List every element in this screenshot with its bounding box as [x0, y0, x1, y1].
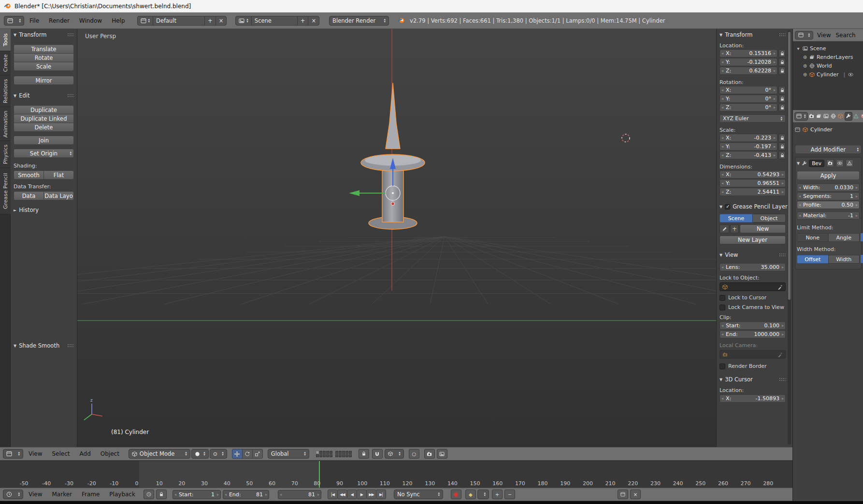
transform-panel-header[interactable]: Transform: [719, 31, 786, 39]
location-y-lock-icon[interactable]: [778, 58, 786, 66]
viewport-canvas[interactable]: z: [77, 29, 716, 447]
current-frame-field[interactable]: 81: [278, 490, 321, 499]
prev-keyframe-button[interactable]: ◀◀: [337, 490, 347, 499]
add-layout-button[interactable]: +: [204, 16, 216, 26]
rotation-y-field[interactable]: Y:0°: [719, 95, 777, 103]
snap-element-select[interactable]: [385, 449, 404, 459]
tab-object-data-icon[interactable]: [853, 112, 860, 121]
tab-material-icon[interactable]: [860, 112, 863, 121]
mute-audio-button[interactable]: ×: [630, 490, 641, 499]
layer-10[interactable]: [330, 454, 332, 457]
layer-9[interactable]: [326, 454, 329, 457]
editor-type-button[interactable]: [795, 31, 813, 40]
layer-4[interactable]: [326, 451, 329, 454]
delete-button[interactable]: Delete: [14, 123, 74, 132]
pivot-select[interactable]: ⊙: [210, 449, 227, 459]
layers-widget[interactable]: [316, 451, 352, 457]
outliner-view-menu[interactable]: View: [814, 32, 834, 39]
outliner-item-scene[interactable]: ▾ Scene: [793, 44, 863, 53]
layer-14[interactable]: [345, 451, 348, 454]
tab-relations[interactable]: Relations: [0, 75, 11, 107]
layer-2[interactable]: [319, 451, 322, 454]
tab-scene-icon[interactable]: [823, 112, 830, 121]
add-menu[interactable]: Add: [75, 450, 95, 457]
insert-keyframe-button[interactable]: +: [492, 490, 503, 499]
outliner-item-cylinder[interactable]: ⊕ Cylinder |: [793, 70, 863, 79]
sync-playback-icon-button[interactable]: [618, 490, 628, 499]
next-keyframe-button[interactable]: ▶▶: [366, 490, 376, 499]
visibility-eye-icon[interactable]: [848, 72, 853, 77]
layer-15[interactable]: [349, 451, 352, 454]
data-transfer-layout-button[interactable]: Data Layo: [43, 191, 74, 200]
manipulator-scale-button[interactable]: [252, 449, 263, 459]
manipulator-translate-button[interactable]: [232, 449, 243, 459]
clip-end-field[interactable]: End:1000.000: [719, 330, 786, 338]
disclosure-icon[interactable]: ▾: [796, 46, 801, 51]
keying-set-select[interactable]: [477, 490, 489, 499]
lock-camera-to-view-checkbox[interactable]: [719, 305, 725, 310]
expand-icon[interactable]: ⊕: [803, 72, 807, 77]
layer-13[interactable]: [342, 451, 345, 454]
layer-18[interactable]: [342, 454, 345, 457]
rotation-z-field[interactable]: Z:0°: [719, 103, 777, 112]
render-opengl-anim-button[interactable]: [437, 449, 447, 459]
gp-new-layer-button[interactable]: New Layer: [719, 236, 786, 244]
layer-6[interactable]: [316, 454, 319, 457]
add-scene-button[interactable]: +: [297, 16, 309, 26]
lock-to-cursor-checkbox[interactable]: [719, 295, 725, 301]
apply-button[interactable]: Apply: [797, 171, 860, 180]
timeline-view-menu[interactable]: View: [24, 491, 46, 498]
width-width-button[interactable]: Width: [828, 255, 860, 264]
mirror-button[interactable]: Mirror: [14, 76, 74, 85]
cursor-x-field[interactable]: X:-1.50893: [719, 394, 786, 403]
render-opengl-button[interactable]: [424, 449, 435, 459]
collapse-icon[interactable]: ▼: [797, 161, 800, 166]
history-panel-header[interactable]: History: [14, 206, 74, 214]
timeline-marker-menu[interactable]: Marker: [47, 491, 76, 498]
dimensions-x-field[interactable]: X:0.54293: [719, 170, 786, 179]
select-menu[interactable]: Select: [47, 450, 74, 457]
help-menu[interactable]: Help: [107, 17, 129, 24]
screen-layout-icon-button[interactable]: [137, 16, 154, 26]
add-modifier-button[interactable]: Add Modifier: [795, 145, 862, 154]
frame-end-field[interactable]: End:81: [223, 490, 269, 499]
scene-name[interactable]: Scene: [251, 16, 298, 26]
dimensions-y-field[interactable]: Y:0.96551: [719, 179, 786, 187]
scene-icon-button[interactable]: [235, 16, 252, 26]
delete-layout-button[interactable]: ×: [216, 16, 227, 26]
bevel-segments-field[interactable]: Segments:1: [797, 192, 860, 200]
join-button[interactable]: Join: [14, 136, 74, 145]
set-origin-button[interactable]: Set Origin: [14, 149, 74, 158]
view-menu[interactable]: View: [24, 450, 46, 457]
expand-icon[interactable]: ⊕: [803, 55, 807, 60]
play-reverse-button[interactable]: ◀: [347, 490, 357, 499]
scale-y-lock-icon[interactable]: [778, 142, 786, 151]
bevel-profile-field[interactable]: Profile:0.50: [797, 201, 860, 209]
timeline-track[interactable]: -50-40-30-20-100102030405060708090100110…: [0, 461, 792, 488]
width-method-partial-button[interactable]: [861, 255, 863, 263]
duplicate-button[interactable]: Duplicate: [14, 105, 74, 114]
expand-icon[interactable]: ⊕: [803, 63, 807, 69]
keying-set-button[interactable]: ◆: [465, 490, 476, 499]
rotate-button[interactable]: Rotate: [14, 53, 74, 62]
lock-button[interactable]: [359, 449, 369, 459]
proportional-edit-button[interactable]: ○: [409, 449, 419, 459]
outliner-item-renderlayers[interactable]: ⊕ RenderLayers: [793, 53, 863, 61]
layer-8[interactable]: [323, 454, 326, 457]
cursor-3d-panel-header[interactable]: 3D Cursor: [719, 376, 786, 383]
modifier-editmode-toggle-icon[interactable]: [846, 159, 853, 167]
frame-start-field[interactable]: Start:1: [173, 490, 221, 499]
jump-to-start-button[interactable]: |◀: [328, 490, 338, 499]
layer-16[interactable]: [335, 454, 338, 457]
location-x-lock-icon[interactable]: [778, 49, 786, 57]
rotation-mode-select[interactable]: XYZ Euler: [719, 114, 786, 123]
render-engine-select[interactable]: Blender Render: [329, 16, 389, 26]
model-cylinder-object[interactable]: [361, 83, 425, 229]
limit-none-button[interactable]: None: [797, 233, 829, 242]
tab-render-layers-icon[interactable]: [816, 112, 822, 121]
redo-panel-header[interactable]: Shade Smooth: [14, 342, 74, 350]
scale-x-lock-icon[interactable]: [778, 134, 786, 142]
translate-button[interactable]: Translate: [14, 44, 74, 54]
scale-y-field[interactable]: Y:-0.197: [719, 142, 777, 151]
modifier-render-toggle-icon[interactable]: [826, 159, 834, 167]
